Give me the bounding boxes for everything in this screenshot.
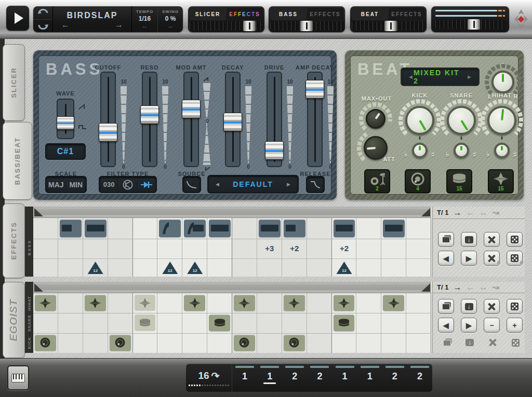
prev-button[interactable]: ◀ [438,318,454,333]
min-button[interactable]: MIN [66,181,86,189]
shift-right-icon[interactable]: → [453,283,461,292]
slider-handle[interactable] [140,105,159,124]
step-column-6[interactable] [157,293,182,353]
humanize-icon[interactable]: ↝ [492,283,499,292]
tab-beat[interactable]: BEAT [352,8,388,20]
dropdown-prev-icon[interactable]: ◄ [215,181,220,187]
bass-slider-amp-decay[interactable] [307,72,323,167]
redo-button[interactable] [33,19,52,33]
slider-handle[interactable] [223,113,242,131]
pan-knob[interactable] [491,71,514,93]
bass-slider-mod-amt[interactable] [183,72,199,167]
kit-prev-icon[interactable]: ◄ [408,74,414,80]
tab-beat-effects[interactable]: EFFECTS [389,8,425,20]
bass-note-step-3[interactable] [85,220,107,237]
slider-handle[interactable] [265,141,284,160]
tab-bass-effects[interactable]: EFFECTS [307,8,343,20]
pad-drumkit[interactable]: 2 [364,169,390,194]
tune-knob-0[interactable] [412,143,428,158]
maxout-knob[interactable] [366,109,385,129]
song-slot-8[interactable]: 2 [407,364,432,392]
pattern-length-control[interactable]: 16↷ [186,364,232,392]
minus-button[interactable]: − [484,318,500,333]
step-column-1[interactable] [33,218,58,277]
diode-filter-button[interactable] [137,181,156,189]
tune-knob-2[interactable] [494,143,510,158]
slider-handle[interactable] [99,123,117,142]
bass-note-step-8[interactable] [209,220,231,237]
hihat-step-1[interactable] [35,295,56,311]
clear-note-button[interactable]: ♪ [484,251,500,266]
sugarbytes-logo-icon[interactable] [513,8,529,30]
hihat-step-3[interactable] [85,295,106,311]
hihat-step-9[interactable] [234,295,255,311]
mirror-icon[interactable]: ↔ [479,283,487,292]
play-button[interactable] [6,6,29,31]
copy-button[interactable] [438,299,454,314]
song-slot-3[interactable]: 2 [282,364,307,392]
hihat-step-7[interactable] [184,295,205,311]
paste-button[interactable]: ↓ [461,232,477,247]
step-column-10[interactable] [257,293,282,353]
humanize-icon[interactable]: ↝ [492,209,499,217]
slider-handle[interactable] [300,20,313,32]
clear-button[interactable] [484,232,500,247]
pad-snare[interactable]: 15 [446,169,472,194]
beat-knob-kick[interactable] [405,106,434,135]
song-slot-7[interactable]: 2 [382,364,407,392]
beat-knob-snare[interactable] [447,106,476,135]
sidebar-tab-effects[interactable]: EFFECTS [3,203,25,278]
bass-slider-cutoff[interactable] [100,72,116,167]
step-column-14[interactable] [356,293,381,353]
wave-slider[interactable] [57,99,74,139]
step-column-2[interactable] [58,293,83,353]
undo-button[interactable] [33,6,52,19]
step-column-5[interactable] [133,218,158,277]
kick-step-11[interactable] [284,335,305,351]
timeline-bar[interactable] [33,282,431,293]
snare-step-13[interactable] [334,314,355,331]
transistor-filter-button[interactable] [118,179,137,190]
clear-button[interactable] [484,299,500,314]
sidebar-tab-bass-beat[interactable]: BASS/BEAT [3,122,32,200]
slider-handle[interactable] [384,20,397,32]
time-division-label[interactable]: T/ 1 [437,283,448,291]
tab-bass[interactable]: BASS [270,8,307,20]
snare-step-5[interactable] [135,314,156,331]
shift-left-icon[interactable]: ← [466,283,474,292]
tempo-control[interactable]: TEMPO 1/16 ↔ [132,6,157,32]
slider-handle[interactable] [243,20,256,32]
mirror-icon[interactable]: ↔ [479,209,487,217]
preset-prev-button[interactable]: ← [61,21,70,29]
step-column-16[interactable] [406,293,431,353]
tab-slicer-effects[interactable]: EFFECTS [227,8,263,20]
dropdown-next-icon[interactable]: ► [286,181,291,187]
beat-mix-slider[interactable] [352,21,425,31]
filter-number[interactable]: 030 [100,181,118,188]
kit-dropdown[interactable]: ◄MIXED KIT 2► [401,67,480,86]
bass-mix-slider[interactable] [270,21,343,31]
hihat-step-13[interactable] [334,295,355,311]
dice-button[interactable] [507,299,523,314]
plus-button[interactable]: + [507,318,523,333]
lfo-preset-dropdown[interactable]: ◄DEFAULT► [207,175,299,194]
hihat-step-5[interactable] [135,295,156,311]
keyboard-button[interactable] [7,365,29,390]
swing-control[interactable]: SWING 0 % ↔ [157,6,183,32]
song-slot-5[interactable]: 1 [332,364,357,392]
bass-note-step-10[interactable] [259,220,281,237]
slider-handle[interactable] [305,80,324,99]
bass-slider-drive[interactable] [267,72,282,167]
bass-slider-decay[interactable] [225,72,241,167]
release-button[interactable] [306,176,325,193]
kit-next-icon[interactable]: ► [467,74,472,80]
egoist-logo-tab[interactable]: EGOIST [3,282,25,358]
kick-step-4[interactable] [110,335,131,351]
shift-right-icon[interactable]: → [453,209,461,217]
dice-note-button[interactable]: ♪ [507,251,523,266]
next-button[interactable]: ▶ [461,251,477,266]
step-column-4[interactable] [108,218,133,277]
snare-step-8[interactable] [209,314,230,331]
tune-knob-1[interactable] [454,143,469,158]
dice-button[interactable] [507,232,523,247]
